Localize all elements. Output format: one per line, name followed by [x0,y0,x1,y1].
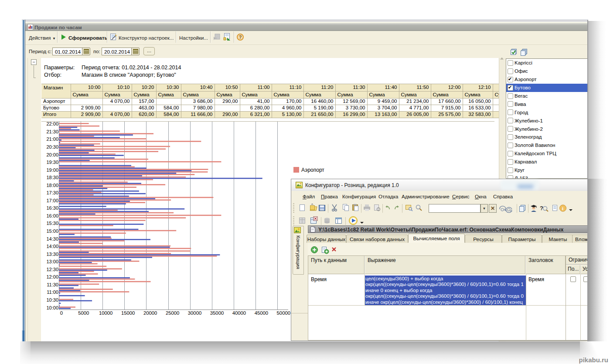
svg-text:13:00: 13:00 [46,259,58,264]
svg-text:21:30: 21:30 [46,129,58,134]
svg-text:40000: 40000 [232,310,246,316]
svg-text:17:30: 17:30 [46,190,58,195]
svg-text:12:30: 12:30 [46,267,58,272]
svg-text:16:30: 16:30 [46,205,58,211]
svg-text:14:00: 14:00 [46,244,58,249]
svg-text:20:00: 20:00 [46,152,58,157]
svg-text:10:00: 10:00 [46,305,58,310]
svg-text:16:00: 16:00 [46,213,58,218]
svg-text:19:30: 19:30 [46,160,58,165]
svg-text:11:00: 11:00 [47,289,58,295]
svg-text:15:30: 15:30 [46,221,58,226]
svg-text:22:00: 22:00 [46,121,58,126]
svg-text:50000: 50000 [277,310,290,316]
svg-text:15000: 15000 [121,310,135,316]
svg-text:12:00: 12:00 [46,274,58,279]
svg-text:18:00: 18:00 [46,183,58,188]
svg-text:19:00: 19:00 [46,167,58,173]
svg-text:11:30: 11:30 [47,282,58,287]
svg-text:20000: 20000 [143,310,157,316]
svg-text:35000: 35000 [210,310,224,316]
svg-text:25000: 25000 [166,310,179,316]
svg-text:0: 0 [60,310,63,316]
svg-text:i: i [562,206,563,211]
svg-text:15:00: 15:00 [46,228,58,234]
svg-text:13:30: 13:30 [46,252,58,257]
svg-text:45000: 45000 [255,310,268,316]
svg-text:30000: 30000 [188,310,201,316]
svg-text:10000: 10000 [99,310,112,316]
svg-text:21:00: 21:00 [46,136,58,142]
svg-text:14:30: 14:30 [46,236,58,242]
svg-text:20:30: 20:30 [46,144,58,150]
svg-text:18:30: 18:30 [46,175,58,180]
svg-text:10:30: 10:30 [46,297,58,303]
svg-text:?: ? [540,205,543,211]
svg-text:5000: 5000 [78,310,89,316]
svg-text:17:00: 17:00 [46,198,58,203]
